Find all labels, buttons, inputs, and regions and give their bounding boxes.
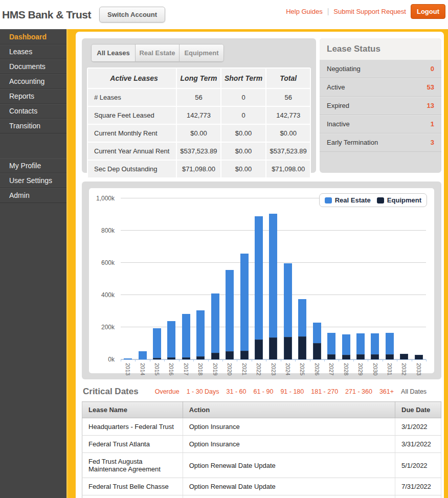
sidebar-item-admin[interactable]: Admin bbox=[0, 188, 66, 203]
content-card: All LeasesReal EstateEquipment Active Le… bbox=[76, 32, 444, 498]
bar-segment-equipment bbox=[298, 336, 306, 359]
filter-31-60[interactable]: 31 - 60 bbox=[227, 388, 247, 395]
sidebar-item-reports[interactable]: Reports bbox=[0, 89, 66, 104]
chart-y-tick-label: 800k bbox=[89, 227, 115, 234]
status-row-active[interactable]: Active53 bbox=[320, 78, 441, 97]
filter-1-30-days[interactable]: 1 - 30 Days bbox=[187, 388, 219, 395]
legend-swatch-real-estate bbox=[325, 197, 332, 203]
submit-support-request-link[interactable]: Submit Support Request bbox=[333, 8, 406, 15]
chart-bar-slot bbox=[193, 198, 208, 359]
help-guides-link[interactable]: Help Guides bbox=[286, 8, 323, 15]
critical-dates-title: Critical Dates bbox=[83, 387, 139, 397]
stats-header-cell: Active Leases bbox=[87, 68, 176, 88]
status-row-early-termination[interactable]: Early Termination3 bbox=[320, 133, 441, 152]
status-row-negotiating[interactable]: Negotiating0 bbox=[320, 60, 441, 78]
bar-2018[interactable] bbox=[196, 310, 205, 359]
chart-x-tick-label: 2026 bbox=[314, 363, 320, 375]
critical-header-cell[interactable]: Action bbox=[183, 402, 395, 418]
sidebar-item-my-profile[interactable]: My Profile bbox=[0, 159, 66, 173]
active-leases-panel: All LeasesReal EstateEquipment Active Le… bbox=[82, 38, 316, 173]
chart-x-tick-label: 2020 bbox=[227, 363, 233, 375]
status-label: Early Termination bbox=[327, 139, 378, 146]
chart-bar-slot bbox=[309, 198, 324, 359]
bar-2016[interactable] bbox=[167, 321, 175, 359]
sidebar-item-user-settings[interactable]: User Settings bbox=[0, 173, 66, 188]
critical-header-cell[interactable]: Lease Name bbox=[82, 402, 183, 418]
bar-2027[interactable] bbox=[327, 333, 335, 359]
critical-dates-row[interactable]: Fed Trust Augusta Maintenance AgreementO… bbox=[82, 453, 441, 478]
filter-61-90[interactable]: 61 - 90 bbox=[253, 388, 273, 395]
chart-bar-slot bbox=[411, 198, 425, 359]
bar-segment-real-estate bbox=[371, 333, 379, 354]
sidebar-item-documents[interactable]: Documents bbox=[0, 59, 66, 74]
bar-segment-equipment bbox=[356, 354, 365, 359]
critical-header-cell[interactable]: Due Date bbox=[395, 402, 441, 418]
filter-overdue[interactable]: Overdue bbox=[155, 388, 180, 395]
bar-segment-real-estate bbox=[386, 333, 394, 354]
bar-2029[interactable] bbox=[356, 333, 365, 359]
bar-2028[interactable] bbox=[342, 334, 350, 359]
tab-real-estate[interactable]: Real Estate bbox=[136, 44, 180, 61]
status-count: 53 bbox=[427, 83, 434, 91]
stats-cell: $0.00 bbox=[221, 124, 266, 142]
chart-bar-slot bbox=[397, 198, 411, 359]
lease-status-header: Lease Status bbox=[320, 38, 441, 60]
critical-dates-header: Critical Dates Overdue1 - 30 Days31 - 60… bbox=[82, 387, 441, 397]
chart-y-tick-label: 600k bbox=[89, 259, 115, 266]
bar-2024[interactable] bbox=[284, 263, 292, 359]
stats-cell: # Leases bbox=[87, 88, 176, 106]
bar-2023[interactable] bbox=[269, 214, 277, 359]
bar-2030[interactable] bbox=[371, 333, 379, 359]
legend-swatch-equipment bbox=[377, 197, 384, 203]
filter-361-[interactable]: 361+ bbox=[379, 388, 394, 395]
critical-dates-row[interactable]: Headquarters - Federal TrustOption Insur… bbox=[82, 418, 441, 436]
bar-2019[interactable] bbox=[211, 293, 219, 359]
tab-equipment[interactable]: Equipment bbox=[180, 44, 223, 61]
filter-271-360[interactable]: 271 - 360 bbox=[345, 388, 372, 395]
chart-x-tick bbox=[426, 359, 427, 361]
bar-2022[interactable] bbox=[255, 216, 263, 359]
stats-cell: $537,523.89 bbox=[176, 142, 221, 160]
bar-2026[interactable] bbox=[313, 323, 321, 359]
logout-button[interactable]: Logout bbox=[411, 4, 445, 19]
status-row-inactive[interactable]: Inactive1 bbox=[320, 115, 441, 133]
critical-dates-cell: Headquarters - Federal Trust bbox=[82, 418, 183, 436]
chart-y-tick-label: 1,000k bbox=[89, 195, 115, 202]
bar-2032[interactable] bbox=[400, 354, 408, 359]
legend-item-real-estate[interactable]: Real Estate bbox=[325, 196, 371, 204]
legend-item-equipment[interactable]: Equipment bbox=[377, 196, 421, 204]
switch-account-button[interactable]: Switch Account bbox=[99, 7, 165, 22]
tab-all-leases[interactable]: All Leases bbox=[92, 44, 136, 61]
sidebar-item-dashboard[interactable]: Dashboard bbox=[0, 30, 66, 44]
bar-segment-real-estate bbox=[313, 323, 321, 343]
lease-status-panel: Lease Status Negotiating0Active53Expired… bbox=[320, 38, 441, 173]
sidebar-item-contacts[interactable]: Contacts bbox=[0, 104, 66, 119]
filter-181-270[interactable]: 181 - 270 bbox=[311, 388, 338, 395]
bar-2033[interactable] bbox=[415, 355, 423, 359]
status-count: 0 bbox=[431, 65, 434, 73]
bar-2021[interactable] bbox=[240, 254, 249, 359]
critical-dates-row[interactable]: Federal Trust Belle ChasseOption Renewal… bbox=[82, 478, 441, 495]
critical-dates-cell: Option Insurance bbox=[183, 436, 395, 453]
bar-2017[interactable] bbox=[182, 314, 190, 359]
bar-2014[interactable] bbox=[139, 351, 147, 359]
bar-segment-equipment bbox=[371, 354, 379, 359]
bar-2025[interactable] bbox=[298, 299, 306, 359]
stats-cell: 56 bbox=[266, 88, 310, 106]
chart-bar-slot bbox=[121, 198, 135, 359]
critical-dates-cell: 7/31/2022 bbox=[395, 478, 441, 495]
bar-2031[interactable] bbox=[386, 333, 394, 359]
sidebar-item-leases[interactable]: Leases bbox=[0, 44, 66, 59]
stats-cell: Square Feet Leased bbox=[87, 106, 176, 124]
rent-chart-panel: 0k200k400k600k800k1,000k 201320142015201… bbox=[82, 182, 441, 379]
bar-2020[interactable] bbox=[226, 270, 234, 359]
status-row-expired[interactable]: Expired13 bbox=[320, 97, 441, 115]
critical-dates-row[interactable]: Federal Trust AtlantaOption Insurance3/3… bbox=[82, 436, 441, 453]
critical-dates-row[interactable]: Fed Trust Groton Phone SystemOption Rent… bbox=[82, 495, 441, 498]
sidebar-item-accounting[interactable]: Accounting bbox=[0, 74, 66, 89]
filter-91-180[interactable]: 91 - 180 bbox=[280, 388, 304, 395]
sidebar-item-transition[interactable]: Transition bbox=[0, 119, 66, 133]
bar-segment-real-estate bbox=[269, 214, 277, 337]
chart-y-tick-label: 0k bbox=[89, 356, 115, 363]
bar-2015[interactable] bbox=[153, 328, 161, 359]
